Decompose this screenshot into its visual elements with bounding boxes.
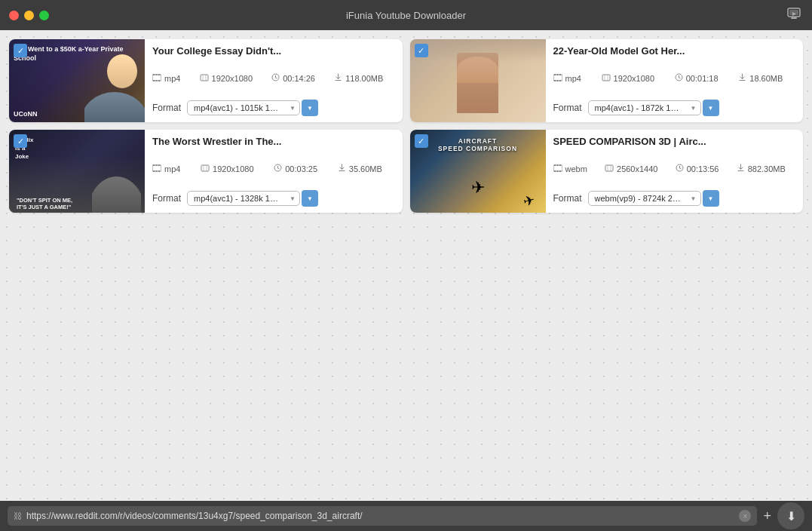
download-size-icon [334, 73, 342, 83]
download-button[interactable]: ⬇ [777, 502, 804, 529]
download-size-icon [338, 164, 346, 173]
video-card-v3: Netflixis aJoke "DON'T SPIT ON ME,IT'S J… [9, 130, 403, 213]
svg-rect-33 [153, 164, 155, 166]
svg-rect-38 [158, 170, 160, 172]
film-icon [553, 74, 562, 83]
video-title-v4: SPEED COMPARISON 3D | Airc... [553, 136, 796, 147]
svg-rect-10 [158, 80, 160, 81]
app-title: iFunia Youtube Downloader [346, 10, 466, 21]
url-bar: ⛓ https://www.reddit.com/r/videos/commen… [8, 506, 757, 526]
format-select-v1[interactable]: mp4(avc1) - 1015k 192... [187, 100, 300, 115]
format-row-v1: Format mp4(avc1) - 1015k 192... [152, 100, 395, 116]
clock-icon [274, 164, 282, 173]
thumb-plane2-icon: ✈ [521, 191, 536, 210]
format-type-v1: mp4 [152, 73, 192, 83]
svg-rect-11 [201, 75, 208, 81]
svg-rect-20 [556, 74, 558, 75]
resolution-v2: 1920x1080 [602, 73, 667, 83]
check-badge-v3[interactable]: ✓ [14, 134, 27, 148]
duration-v2: 00:01:18 [675, 73, 731, 83]
svg-rect-7 [158, 74, 160, 75]
check-badge-v2[interactable]: ✓ [415, 44, 428, 57]
svg-rect-6 [156, 74, 158, 75]
thumbnail-v4: AIRCRAFTSPEED COMPARISON ✈ ✈ ✓ [410, 130, 546, 213]
svg-rect-9 [156, 80, 158, 81]
url-clear-button[interactable]: × [739, 510, 751, 522]
video-title-v1: Your College Essay Didn't... [152, 45, 395, 57]
format-dropdown-btn-v2[interactable] [703, 100, 719, 116]
format-dropdown-btn-v4[interactable] [703, 190, 719, 207]
size-v2: 18.60MB [738, 73, 795, 83]
video-meta-v2: mp4 1920x1080 00:01:18 [553, 73, 796, 83]
clock-icon [271, 73, 280, 83]
download-size-icon [738, 73, 746, 83]
svg-rect-46 [553, 165, 562, 171]
maximize-button[interactable] [39, 11, 49, 20]
svg-rect-24 [559, 80, 561, 81]
svg-line-44 [278, 168, 280, 169]
resolution-v4: 2560x1440 [605, 164, 668, 173]
check-badge-v1[interactable]: ✓ [14, 44, 27, 57]
resolution-icon [201, 164, 210, 173]
format-label-v4: Format [553, 193, 582, 204]
svg-rect-23 [556, 80, 558, 81]
thumbnail-v2: ✓ [410, 39, 546, 122]
bottom-bar: ⛓ https://www.reddit.com/r/videos/commen… [0, 501, 812, 531]
svg-rect-19 [554, 74, 556, 75]
size-v4: 882.30MB [737, 164, 795, 173]
format-label-v3: Format [152, 193, 181, 204]
format-select-v4[interactable]: webm(vp9) - 8724k 25... [588, 191, 701, 206]
film-icon [152, 74, 161, 83]
format-dropdown-btn-v1[interactable] [302, 100, 318, 116]
size-v3: 35.60MB [338, 164, 395, 173]
url-add-button[interactable]: + [763, 508, 771, 524]
svg-rect-51 [556, 170, 558, 172]
thumb-quote: "DON'T SPIT ON ME,IT'S JUST A GAME!" [17, 197, 72, 212]
resolution-icon [200, 74, 209, 83]
film-icon [553, 164, 562, 173]
format-dropdown-btn-v3[interactable] [302, 190, 318, 207]
svg-rect-47 [554, 164, 556, 166]
format-select-v3[interactable]: mp4(avc1) - 1328k 192... [187, 191, 300, 206]
format-row-v2: Format mp4(avc1) - 1872k 192... [553, 100, 796, 116]
svg-rect-8 [153, 80, 155, 81]
video-card-v2: ✓ 22-Year-Old Model Got Her... mp4 1920x… [410, 39, 804, 122]
minimize-button[interactable] [24, 11, 34, 20]
svg-rect-48 [556, 164, 558, 166]
svg-rect-18 [553, 75, 562, 81]
thumb-plane-icon: ✈ [471, 178, 485, 198]
video-meta-v4: webm 2560x1440 00:13:56 [553, 164, 796, 173]
titlebar: iFunia Youtube Downloader [0, 0, 812, 30]
format-row-v4: Format webm(vp9) - 8724k 25... [553, 190, 796, 207]
video-title-v2: 22-Year-Old Model Got Her... [553, 45, 796, 57]
url-text: https://www.reddit.com/r/videos/comments… [26, 511, 734, 521]
video-card-v1: She Went to a $50K a-Year Private School… [9, 39, 403, 122]
svg-rect-2 [791, 17, 797, 19]
svg-rect-35 [158, 164, 160, 166]
format-select-v2[interactable]: mp4(avc1) - 1872k 192... [588, 100, 701, 115]
main-content: She Went to a $50K a-Year Private School… [0, 30, 812, 501]
svg-rect-37 [156, 170, 158, 172]
resolution-v1: 1920x1080 [200, 73, 265, 83]
video-info-v3: The Worst Wrestler in The... mp4 1920x10… [145, 130, 403, 213]
svg-rect-4 [152, 75, 161, 81]
clock-icon [675, 73, 683, 83]
download-icon: ⬇ [786, 509, 796, 523]
thumb-aircraft-text: AIRCRAFTSPEED COMPARISON [414, 137, 542, 152]
format-type-v4: webm [553, 164, 598, 173]
svg-rect-22 [554, 80, 556, 81]
svg-line-58 [679, 168, 681, 169]
video-grid: She Went to a $50K a-Year Private School… [9, 39, 803, 213]
svg-rect-36 [153, 170, 155, 172]
svg-rect-34 [156, 164, 158, 166]
duration-v4: 00:13:56 [676, 164, 729, 173]
svg-line-16 [276, 78, 277, 78]
video-info-v2: 22-Year-Old Model Got Her... mp4 1920x10… [546, 39, 804, 122]
close-button[interactable] [9, 11, 19, 20]
svg-line-30 [679, 78, 680, 78]
format-type-v2: mp4 [553, 73, 594, 83]
check-badge-v4[interactable]: ✓ [415, 134, 428, 148]
svg-rect-39 [201, 165, 209, 171]
video-meta-v1: mp4 1920x1080 00:14:26 [152, 73, 395, 83]
thumbnail-v3: Netflixis aJoke "DON'T SPIT ON ME,IT'S J… [9, 130, 145, 213]
